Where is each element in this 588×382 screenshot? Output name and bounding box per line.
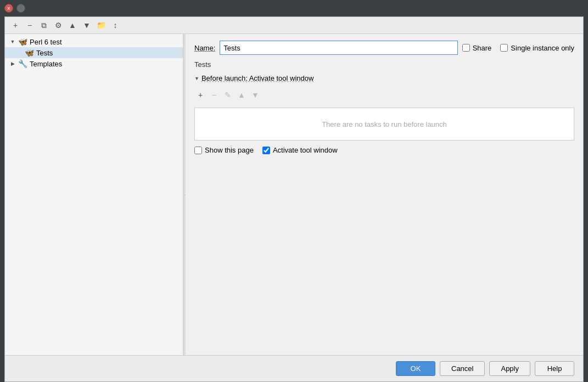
tasks-down-button[interactable]: ▼ xyxy=(249,89,261,101)
tasks-up-button[interactable]: ▲ xyxy=(236,89,248,101)
ok-button[interactable]: OK xyxy=(396,361,435,376)
no-tasks-text: There are no tasks to run before launch xyxy=(322,120,447,128)
single-instance-checkbox-item[interactable]: Single instance only xyxy=(500,44,574,52)
settings-button[interactable]: ⚙ xyxy=(52,19,64,31)
tree-item-tests[interactable]: 🦋 Tests xyxy=(5,47,183,58)
templates-label: Templates xyxy=(30,60,62,68)
share-checkbox[interactable] xyxy=(462,44,470,52)
tasks-area: There are no tasks to run before launch xyxy=(194,108,574,141)
tasks-edit-button[interactable]: ✎ xyxy=(222,89,234,101)
cancel-button[interactable]: Cancel xyxy=(440,361,485,376)
copy-configuration-button[interactable]: ⧉ xyxy=(38,19,50,31)
main-toolbar: + − ⧉ ⚙ ▲ ▼ 📁 ↕ xyxy=(5,17,583,34)
help-button[interactable]: Help xyxy=(535,361,574,376)
name-input[interactable] xyxy=(220,41,457,55)
add-configuration-button[interactable]: + xyxy=(9,19,21,31)
templates-icon: 🔧 xyxy=(18,59,27,68)
single-instance-label: Single instance only xyxy=(511,44,574,52)
activate-tool-window-label: Activate tool window xyxy=(273,146,338,154)
tasks-add-button[interactable]: + xyxy=(194,89,206,101)
configuration-tree: ▼ 🦋 Perl 6 test 🦋 Tests ▶ 🔧 Templates xyxy=(5,34,183,355)
activate-tool-window-checkbox[interactable] xyxy=(262,147,270,154)
tasks-toolbar: + − ✎ ▲ ▼ xyxy=(194,88,574,102)
section-expand-arrow: ▼ xyxy=(194,76,199,81)
right-panel: Name: Share Single instance only Tests xyxy=(186,34,583,355)
close-button[interactable]: × xyxy=(4,4,13,13)
remove-configuration-button[interactable]: − xyxy=(24,19,36,31)
show-this-page-label: Show this page xyxy=(205,146,254,154)
perl6test-icon: 🦋 xyxy=(18,37,27,46)
move-up-button[interactable]: ▲ xyxy=(66,19,79,31)
expand-arrow-tests xyxy=(16,49,23,56)
show-this-page-checkbox-item[interactable]: Show this page xyxy=(194,146,254,154)
tree-item-templates[interactable]: ▶ 🔧 Templates xyxy=(5,58,183,69)
move-down-button[interactable]: ▼ xyxy=(81,19,93,31)
tasks-remove-button[interactable]: − xyxy=(208,89,220,101)
minimize-button[interactable] xyxy=(16,4,25,13)
share-label: Share xyxy=(473,44,492,52)
single-instance-checkbox[interactable] xyxy=(500,44,508,52)
expand-arrow-perl6test: ▼ xyxy=(9,38,16,45)
perl6test-label: Perl 6 test xyxy=(30,38,62,46)
before-launch-section[interactable]: ▼ Before launch: Activate tool window xyxy=(194,74,574,82)
sort-button[interactable]: ↕ xyxy=(109,19,121,31)
bottom-checkboxes: Show this page Activate tool window xyxy=(194,146,574,154)
tree-item-perl6test[interactable]: ▼ 🦋 Perl 6 test xyxy=(5,36,183,47)
tests-icon: 🦋 xyxy=(25,48,34,57)
apply-button[interactable]: Apply xyxy=(489,361,530,376)
tests-label: Tests xyxy=(36,49,53,57)
expand-arrow-templates: ▶ xyxy=(9,60,16,67)
activate-tool-window-checkbox-item[interactable]: Activate tool window xyxy=(262,146,338,154)
section-title: Before launch: Activate tool window xyxy=(201,74,314,82)
dialog-footer: OK Cancel Apply Help xyxy=(5,355,583,381)
config-subtitle: Tests xyxy=(194,60,574,69)
folder-button[interactable]: 📁 xyxy=(95,19,107,31)
share-checkbox-item[interactable]: Share xyxy=(462,44,492,52)
name-label: Name: xyxy=(194,44,215,52)
show-this-page-checkbox[interactable] xyxy=(194,147,202,154)
